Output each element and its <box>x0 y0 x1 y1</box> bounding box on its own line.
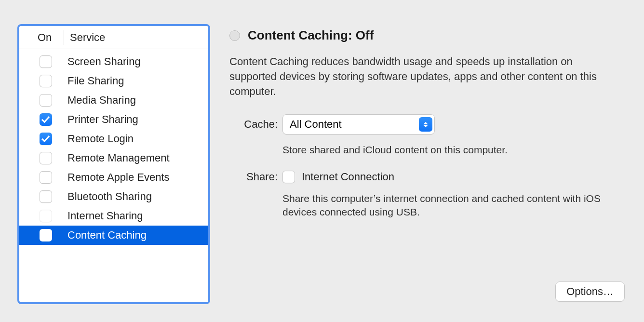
share-label: Share: <box>229 171 278 183</box>
service-row-content-caching[interactable]: Content Caching <box>19 226 208 245</box>
service-label: Remote Apple Events <box>67 171 170 184</box>
service-row-remote-management[interactable]: Remote Management <box>19 148 208 168</box>
status-row: Content Caching: Off <box>229 28 625 43</box>
service-checkbox[interactable] <box>40 133 52 145</box>
service-label: File Sharing <box>67 75 124 87</box>
sharing-preferences: On Service Screen Sharing File Sharing M… <box>0 0 644 322</box>
cache-popup[interactable]: All Content <box>282 114 435 134</box>
service-checkbox[interactable] <box>40 55 52 68</box>
cache-field-group: Cache: All Content Store shared and iClo… <box>229 114 625 157</box>
service-label: Bluetooth Sharing <box>67 190 152 203</box>
share-field-group: Share: Internet Connection Share this co… <box>229 171 625 219</box>
service-row-internet-sharing[interactable]: Internet Sharing <box>19 206 208 226</box>
service-row-bluetooth-sharing[interactable]: Bluetooth Sharing <box>19 187 208 206</box>
service-label: Remote Login <box>67 133 134 145</box>
service-description: Content Caching reduces bandwidth usage … <box>229 54 615 99</box>
detail-panel: Content Caching: Off Content Caching red… <box>229 28 625 232</box>
service-row-file-sharing[interactable]: File Sharing <box>19 71 208 91</box>
services-header: On Service <box>19 26 208 49</box>
service-row-media-sharing[interactable]: Media Sharing <box>19 91 208 110</box>
services-list: Screen Sharing File Sharing Media Sharin… <box>19 49 208 245</box>
cache-label: Cache: <box>229 118 278 131</box>
share-help-text: Share this computer’s internet connectio… <box>282 192 620 219</box>
service-label: Media Sharing <box>67 94 136 107</box>
service-checkbox[interactable] <box>40 171 52 184</box>
service-checkbox[interactable] <box>40 152 52 164</box>
cache-popup-value: All Content <box>290 118 342 131</box>
service-label: Screen Sharing <box>67 55 141 68</box>
share-option-label: Internet Connection <box>302 171 394 183</box>
service-checkbox[interactable] <box>40 113 52 126</box>
service-checkbox[interactable] <box>40 190 52 203</box>
service-row-printer-sharing[interactable]: Printer Sharing <box>19 110 208 129</box>
column-header-service[interactable]: Service <box>70 31 208 44</box>
service-label: Remote Management <box>67 152 170 164</box>
service-row-screen-sharing[interactable]: Screen Sharing <box>19 52 208 71</box>
service-label: Content Caching <box>67 229 147 242</box>
service-checkbox[interactable] <box>40 94 52 107</box>
service-checkbox[interactable] <box>40 229 52 242</box>
service-checkbox[interactable] <box>40 75 52 87</box>
share-internet-checkbox[interactable] <box>282 171 295 183</box>
services-sidebar: On Service Screen Sharing File Sharing M… <box>17 24 210 304</box>
status-title: Content Caching: Off <box>248 28 374 43</box>
column-divider <box>64 30 64 45</box>
popup-arrows-icon <box>419 117 432 132</box>
service-checkbox[interactable] <box>40 210 52 222</box>
service-label: Printer Sharing <box>67 113 138 126</box>
options-button[interactable]: Options… <box>555 282 625 302</box>
service-label: Internet Sharing <box>67 210 143 222</box>
cache-help-text: Store shared and iCloud content on this … <box>282 143 620 157</box>
column-header-on[interactable]: On <box>19 31 64 44</box>
service-row-remote-apple-events[interactable]: Remote Apple Events <box>19 168 208 187</box>
service-row-remote-login[interactable]: Remote Login <box>19 129 208 148</box>
status-indicator-icon <box>229 30 240 41</box>
